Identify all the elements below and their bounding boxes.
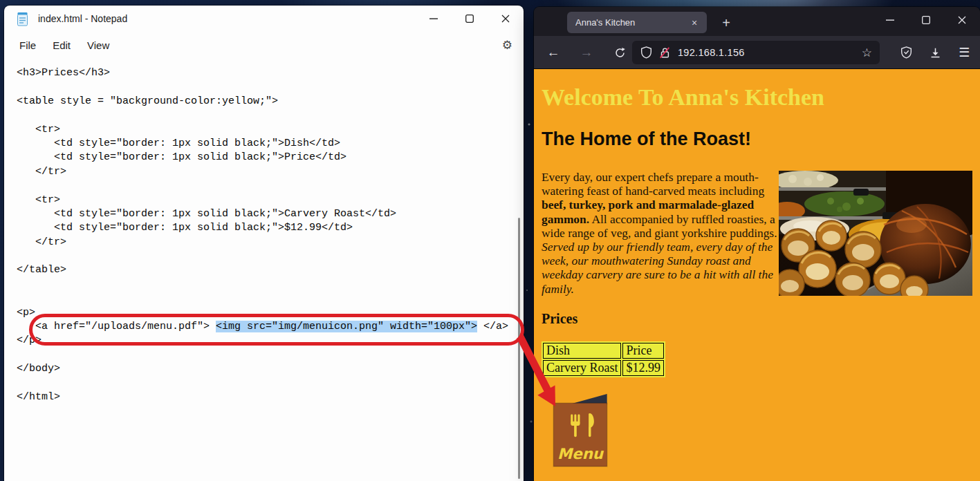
browser-window: Anna's Kitchen × + ← → <box>534 7 980 481</box>
settings-gear-icon[interactable]: ⚙ <box>502 38 512 53</box>
notepad-menubar: File Edit View ⚙ <box>4 32 524 58</box>
code-line: </html> <box>17 390 524 404</box>
page-subtitle: The Home of the Roast! <box>542 129 751 150</box>
close-icon <box>958 16 966 24</box>
code-line <box>17 292 524 305</box>
browser-minimize-button[interactable] <box>872 7 908 33</box>
prices-heading: Prices <box>542 311 577 327</box>
browser-tabbar: Anna's Kitchen × + <box>534 7 980 36</box>
table-cell: Carvery Roast <box>543 360 621 376</box>
code-line: <h3>Prices</h3> <box>17 66 524 80</box>
carvery-food-photo <box>779 171 972 296</box>
menu-card-icon: Menu <box>552 393 609 467</box>
extension-shield-button[interactable] <box>894 41 918 64</box>
menu-pdf-link[interactable]: Menu <box>552 393 609 467</box>
bookmark-star-icon[interactable]: ☆ <box>862 46 872 60</box>
minimize-icon <box>886 16 894 24</box>
code-line: <td style="border: 1px solid black;">$12… <box>17 221 524 235</box>
reload-button[interactable] <box>608 41 631 64</box>
code-line: <td style="border: 1px solid black;">Dis… <box>17 137 524 151</box>
notepad-app-icon <box>17 12 28 26</box>
browser-maximize-button[interactable] <box>908 7 944 33</box>
code-line <box>17 377 524 390</box>
code-line: <p> <box>17 306 524 320</box>
tracking-shield-icon[interactable] <box>640 46 652 59</box>
code-line <box>17 179 524 193</box>
selected-code: <img src="img/menuicon.png" width="100px… <box>216 321 477 332</box>
notepad-close-button[interactable] <box>488 6 524 32</box>
menu-view[interactable]: View <box>79 36 118 55</box>
code-line: <a href="/uploads/menu.pdf"> <img src="i… <box>17 320 524 334</box>
reload-icon <box>614 47 626 59</box>
download-icon <box>930 47 941 59</box>
code-area[interactable]: <h3>Prices</h3> <table style = "backgrou… <box>4 58 524 481</box>
maximize-icon <box>465 15 474 23</box>
code-line: </p> <box>17 334 524 348</box>
page-title: Welcome To Anna's Kitchen <box>542 84 824 111</box>
code-line: <tr> <box>17 194 524 207</box>
prices-table-body: DishPriceCarvery Roast$12.99 <box>543 343 664 376</box>
maximize-icon <box>922 16 930 24</box>
insecure-lock-icon[interactable] <box>658 46 671 59</box>
code-line: <td style="border: 1px solid black;">Car… <box>17 207 524 221</box>
code-line: <table style = "background-color:yellow;… <box>17 95 524 109</box>
notepad-scrollbar[interactable] <box>518 218 520 479</box>
table-cell: Dish <box>543 343 621 359</box>
code-line <box>17 109 524 122</box>
menu-file[interactable]: File <box>11 36 44 55</box>
para-text: Every day, our expert chefs prepare a mo… <box>542 170 764 198</box>
notepad-window-title: index.html - Notepad <box>38 13 127 24</box>
code-line: </tr> <box>17 236 524 249</box>
url-bar[interactable]: 192.168.1.156 ☆ <box>632 41 880 64</box>
code-line: </body> <box>17 362 524 376</box>
forward-button[interactable]: → <box>575 41 598 64</box>
browser-tab[interactable]: Anna's Kitchen × <box>567 12 707 33</box>
tab-close-icon[interactable]: × <box>687 16 701 30</box>
code-line <box>17 80 524 94</box>
code-line: <td style="border: 1px solid black;">Pri… <box>17 151 524 164</box>
code-line <box>17 278 524 292</box>
notepad-window: index.html - Notepad File Edit View ⚙ <h… <box>4 6 524 481</box>
hamburger-menu-button[interactable]: ☰ <box>952 41 976 64</box>
close-icon <box>501 15 510 23</box>
browser-navbar: ← → 192.168.1.156 ☆ <box>534 36 980 69</box>
notepad-titlebar[interactable]: index.html - Notepad <box>4 6 524 32</box>
browser-close-button[interactable] <box>944 7 980 33</box>
back-button[interactable]: ← <box>542 41 565 64</box>
new-tab-button[interactable]: + <box>716 13 736 32</box>
para-italic-text: Served up by our friendly team, every da… <box>542 240 773 296</box>
code-line: </table> <box>17 263 524 277</box>
url-text: 192.168.1.156 <box>678 47 745 58</box>
notepad-minimize-button[interactable] <box>416 6 452 32</box>
code-line <box>17 348 524 362</box>
tab-title: Anna's Kitchen <box>575 17 687 28</box>
shield-check-icon <box>900 46 912 59</box>
webpage-annas-kitchen: Welcome To Anna's Kitchen The Home of th… <box>534 69 980 481</box>
prices-table: DishPriceCarvery Roast$12.99 <box>542 341 665 377</box>
table-row: Carvery Roast$12.99 <box>543 360 664 376</box>
menu-edit[interactable]: Edit <box>44 36 79 55</box>
downloads-button[interactable] <box>923 41 947 64</box>
notepad-maximize-button[interactable] <box>452 6 488 32</box>
menu-icon-label: Menu <box>557 445 604 462</box>
intro-paragraph: Every day, our expert chefs prepare a mo… <box>542 170 779 296</box>
desktop: index.html - Notepad File Edit View ⚙ <h… <box>0 0 980 481</box>
table-cell: $12.99 <box>622 360 664 376</box>
code-line <box>17 249 524 263</box>
code-line: <tr> <box>17 123 524 137</box>
code-line: </tr> <box>17 165 524 179</box>
minimize-icon <box>429 15 438 23</box>
table-cell: Price <box>622 343 664 359</box>
table-row: DishPrice <box>543 343 664 359</box>
